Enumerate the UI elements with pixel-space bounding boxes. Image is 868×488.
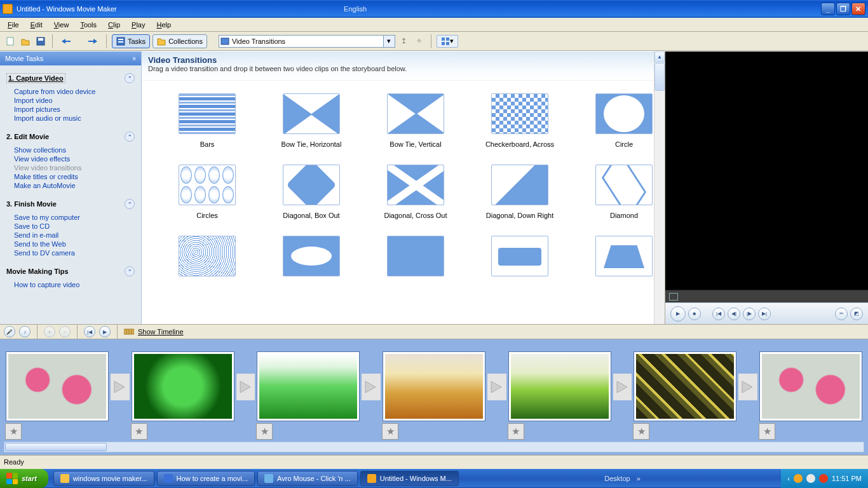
rewind-button[interactable]: |◀ — [84, 326, 95, 337]
task-link[interactable]: Save to CD — [14, 222, 135, 231]
chevron-up-icon[interactable]: ⌃ — [125, 266, 135, 276]
task-link[interactable]: Show collections — [14, 146, 135, 154]
chevron-up-icon[interactable]: ⌃ — [125, 199, 135, 209]
transition-slot[interactable] — [236, 374, 255, 400]
group-finish-movie[interactable]: 3. Finish Movie ⌃ — [6, 196, 135, 212]
transition-slot[interactable] — [738, 374, 757, 400]
open-button[interactable] — [19, 35, 32, 48]
tray-icon[interactable] — [819, 474, 828, 483]
collections-scrollbar[interactable]: ▲ — [654, 51, 665, 324]
minimize-button[interactable]: _ — [821, 3, 835, 15]
transition-item[interactable]: Diagonal, Box Out — [265, 165, 358, 219]
clip-effects-icon[interactable]: ★ — [256, 423, 273, 440]
play-timeline-button[interactable]: ▶ — [99, 326, 111, 337]
views-button[interactable]: ▾ — [437, 35, 458, 48]
lang-indicator[interactable]: English — [344, 5, 367, 13]
split-clip-button[interactable]: ✂ — [835, 308, 848, 320]
storyboard-clip[interactable]: ★4 — [132, 352, 234, 421]
menu-help[interactable]: Help — [151, 20, 176, 30]
task-link[interactable]: Make an AutoMovie — [14, 181, 135, 190]
taskbar-item[interactable]: Untitled - Windows M... — [360, 471, 459, 486]
play-button[interactable]: ▶ — [670, 306, 686, 322]
task-link[interactable]: How to capture video — [14, 280, 135, 289]
audio-levels-button[interactable]: ♪ — [19, 326, 31, 337]
transition-item[interactable]: Bow Tie, Horizontal — [265, 93, 358, 148]
taskbar-item[interactable]: Avro Mouse - Click 'n ... — [257, 471, 358, 486]
taskbar-item[interactable]: windows movie maker... — [53, 471, 154, 486]
transition-item[interactable] — [265, 236, 358, 283]
task-link[interactable]: Send to DV camera — [14, 248, 135, 257]
transition-slot[interactable] — [613, 374, 632, 400]
new-project-button[interactable] — [4, 35, 17, 48]
storyboard-clip[interactable]: ★7 — [509, 352, 611, 421]
menu-clip[interactable]: Clip — [103, 20, 125, 30]
task-link[interactable]: Send to the Web — [14, 240, 135, 248]
transition-item[interactable] — [369, 236, 462, 283]
group-tips[interactable]: Movie Making Tips ⌃ — [6, 264, 135, 279]
task-link[interactable]: Save to my computer — [14, 213, 135, 222]
location-input[interactable] — [219, 35, 384, 48]
task-pane-close-icon[interactable]: × — [132, 55, 136, 62]
start-button[interactable]: start — [0, 469, 48, 488]
transition-item[interactable] — [161, 236, 254, 283]
tray-icon[interactable] — [794, 474, 803, 483]
transition-item[interactable]: Bow Tie, Vertical — [369, 93, 462, 148]
task-link[interactable]: View video transitions — [14, 163, 135, 172]
collections-toggle[interactable]: Collections — [153, 34, 207, 48]
task-link[interactable]: Import audio or music — [14, 114, 135, 123]
zoom-out-button[interactable]: － — [59, 326, 71, 337]
narrate-button[interactable]: 🎤 — [4, 326, 15, 337]
menu-file[interactable]: File — [3, 20, 24, 30]
clip-effects-icon[interactable]: ★ — [759, 423, 775, 440]
task-link[interactable]: View video effects — [14, 154, 135, 163]
undo-button[interactable] — [58, 35, 78, 48]
scroll-up-button[interactable]: ▲ — [654, 51, 665, 62]
clip-effects-icon[interactable]: ★ — [508, 423, 524, 440]
tasks-toggle[interactable]: Tasks — [112, 34, 150, 48]
transition-item[interactable]: Circles — [161, 165, 254, 219]
next-clip-button[interactable]: ▶| — [758, 308, 771, 320]
storyboard-clip[interactable]: ★8 — [634, 352, 736, 421]
clip-effects-icon[interactable]: ★ — [382, 423, 398, 440]
clip-effects-icon[interactable]: ★ — [131, 423, 147, 440]
clip-effects-icon[interactable]: ★ — [633, 423, 649, 440]
new-folder-button[interactable]: ✧ — [413, 35, 426, 48]
maximize-button[interactable]: ❐ — [836, 3, 850, 15]
location-dropdown-button[interactable]: ▾ — [384, 35, 395, 48]
menu-view[interactable]: View — [49, 20, 74, 30]
transition-item[interactable] — [473, 236, 566, 283]
prev-clip-button[interactable]: |◀ — [712, 308, 725, 320]
task-link[interactable]: Import pictures — [14, 105, 135, 114]
chevron-up-icon[interactable]: ⌃ — [125, 73, 135, 83]
storyboard[interactable]: ★3★4★5★6★7★8★9 — [0, 339, 868, 455]
scroll-thumb[interactable] — [654, 63, 665, 91]
storyboard-scroll-thumb[interactable] — [5, 443, 107, 451]
task-link[interactable]: Import video — [14, 96, 135, 105]
task-link[interactable]: Capture from video device — [14, 87, 135, 96]
zoom-in-button[interactable]: ＋ — [44, 326, 55, 337]
redo-button[interactable] — [81, 35, 101, 48]
storyboard-clip[interactable]: ★5 — [257, 352, 359, 421]
storyboard-scrollbar[interactable] — [4, 442, 864, 452]
split-view-icon[interactable] — [669, 293, 678, 301]
take-picture-button[interactable]: ◩ — [850, 308, 863, 320]
tray-clock[interactable]: 11:51 PM — [832, 475, 862, 482]
menu-tools[interactable]: Tools — [75, 20, 102, 30]
up-level-button[interactable]: ↥ — [398, 35, 410, 48]
transition-item[interactable]: Diagonal, Down Right — [473, 165, 566, 219]
stop-button[interactable]: ■ — [688, 308, 701, 320]
transition-slot[interactable] — [487, 374, 506, 400]
storyboard-clip[interactable]: ★9 — [760, 352, 862, 421]
group-capture-video[interactable]: 1. Capture Video ⌃ — [6, 71, 135, 86]
taskbar-item[interactable]: How to create a movi... — [157, 471, 255, 486]
transition-item[interactable]: Circle — [578, 93, 665, 148]
tray-icon[interactable] — [806, 474, 815, 483]
chevron-up-icon[interactable]: ⌃ — [125, 132, 135, 142]
storyboard-clip[interactable]: ★6 — [383, 352, 485, 421]
system-tray[interactable]: ‹ 11:51 PM — [781, 469, 868, 488]
show-desktop-label[interactable]: Desktop — [598, 475, 636, 482]
show-timeline-link[interactable]: Show Timeline — [138, 328, 184, 336]
group-edit-movie[interactable]: 2. Edit Movie ⌃ — [6, 129, 135, 144]
transition-slot[interactable] — [362, 374, 381, 400]
menu-edit[interactable]: Edit — [25, 20, 48, 30]
